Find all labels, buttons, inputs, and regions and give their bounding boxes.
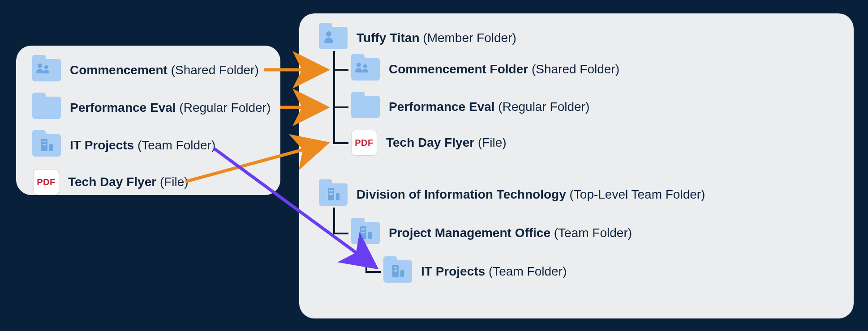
dest-tech-day-flyer: PDF Tech Day Flyer (File) [351,130,507,156]
source-item-tech-day-flyer: PDF Tech Day Flyer (File) [33,169,189,195]
folder-icon [32,97,61,119]
item-label: Commencement Folder (Shared Folder) [389,62,619,76]
source-panel: Commencement (Shared Folder) Performance… [16,46,280,195]
item-label: Commencement (Shared Folder) [70,63,259,77]
item-label: Project Management Office (Team Folder) [389,226,632,240]
shared-folder-icon [32,59,61,81]
tree-line [333,208,335,234]
dest-commencement: Commencement Folder (Shared Folder) [351,58,619,81]
dest-team-grandchild: IT Projects (Team Folder) [383,260,567,283]
folder-icon [351,96,380,118]
tree-line [333,142,348,144]
tree-line [333,233,348,234]
tree-line [333,106,348,108]
item-label: Tech Day Flyer (File) [386,136,507,150]
dest-performance-eval: Performance Eval (Regular Folder) [351,96,589,118]
source-item-it-projects: IT Projects (Team Folder) [32,134,215,157]
tree-line [365,246,367,273]
team-folder-icon [351,222,380,244]
dest-team-child: Project Management Office (Team Folder) [351,222,632,244]
team-folder-icon [319,183,348,206]
dest-team-root: Division of Information Technology (Top-… [319,183,705,206]
item-label: Performance Eval (Regular Folder) [389,100,589,114]
item-label: Tech Day Flyer (File) [68,175,189,189]
item-label: Tuffy Titan (Member Folder) [357,31,516,45]
pdf-file-icon: PDF [351,130,377,156]
tree-line [333,51,335,143]
source-item-commencement: Commencement (Shared Folder) [32,59,259,81]
shared-folder-icon [351,58,380,81]
source-item-performance-eval: Performance Eval (Regular Folder) [32,97,271,119]
destination-panel: Tuffy Titan (Member Folder) Commencement… [299,13,854,318]
member-folder-icon [319,27,348,49]
team-folder-icon [32,134,61,157]
item-label: Performance Eval (Regular Folder) [70,101,271,115]
tree-line [333,69,348,71]
team-folder-icon [383,260,412,283]
dest-member-root: Tuffy Titan (Member Folder) [319,27,516,49]
item-label: IT Projects (Team Folder) [70,138,215,153]
pdf-file-icon: PDF [33,169,59,195]
tree-line [365,271,381,273]
item-label: IT Projects (Team Folder) [421,264,567,279]
item-label: Division of Information Technology (Top-… [357,187,705,202]
